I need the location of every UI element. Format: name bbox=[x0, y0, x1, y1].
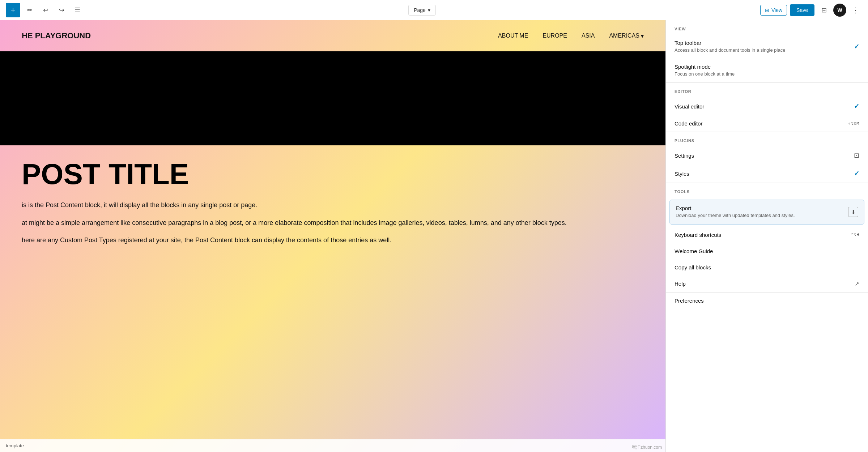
view-section: VIEW Top toolbar Access all block and do… bbox=[666, 20, 868, 83]
export-desc: Download your theme with updated templat… bbox=[676, 212, 795, 219]
preferences-section: Preferences bbox=[666, 293, 868, 309]
undo-button[interactable]: ↩ bbox=[39, 4, 52, 17]
menu-item-preferences[interactable]: Preferences bbox=[666, 293, 868, 309]
styles-check: ✓ bbox=[854, 170, 859, 178]
help-title: Help bbox=[675, 281, 686, 287]
editor-section: EDITOR Visual editor ✓ Code editor ⇧⌥⌘M bbox=[666, 83, 868, 132]
toolbar-left: + ✏ ↩ ↪ ☰ bbox=[0, 3, 90, 17]
view-label: View bbox=[771, 7, 782, 13]
view-section-header: VIEW bbox=[666, 20, 868, 35]
tools-section-header: TOOLS bbox=[666, 183, 868, 197]
download-icon: ⬇ bbox=[848, 207, 858, 217]
post-paragraph-3: here are any Custom Post Types registere… bbox=[22, 235, 644, 246]
menu-item-settings[interactable]: Settings ⊡ bbox=[666, 146, 868, 165]
add-block-button[interactable]: + bbox=[6, 3, 20, 17]
menu-item-copy-all-blocks[interactable]: Copy all blocks bbox=[666, 259, 868, 276]
post-area: POST TITLE is is the Post Content block,… bbox=[0, 145, 665, 267]
menu-item-top-toolbar[interactable]: Top toolbar Access all block and documen… bbox=[666, 35, 868, 59]
menu-item-help[interactable]: Help ↗ bbox=[666, 276, 868, 292]
plugins-section: PLUGINS Settings ⊡ Styles ✓ bbox=[666, 132, 868, 183]
tools-section: TOOLS Export Download your theme with up… bbox=[666, 183, 868, 292]
list-view-button[interactable]: ☰ bbox=[71, 4, 84, 17]
menu-item-spotlight-mode[interactable]: Spotlight mode Focus on one block at a t… bbox=[666, 59, 868, 82]
list-icon: ☰ bbox=[75, 6, 80, 14]
post-paragraph-1: is is the Post Content block, it will di… bbox=[22, 200, 644, 211]
black-banner bbox=[0, 51, 665, 145]
plus-icon: + bbox=[11, 5, 16, 15]
menu-item-export[interactable]: Export Download your theme with updated … bbox=[669, 200, 864, 224]
styles-title: Styles bbox=[675, 171, 689, 177]
menu-item-visual-editor[interactable]: Visual editor ✓ bbox=[666, 97, 868, 115]
preferences-title: Preferences bbox=[675, 298, 704, 304]
chevron-down-icon: ▾ bbox=[428, 7, 430, 13]
top-toolbar-check: ✓ bbox=[854, 43, 859, 51]
menu-item-keyboard-shortcuts[interactable]: Keyboard shortcuts ⌃⌥H bbox=[666, 227, 868, 243]
plugins-section-header: PLUGINS bbox=[666, 132, 868, 146]
view-icon: ⊞ bbox=[765, 7, 769, 13]
spotlight-mode-title: Spotlight mode bbox=[675, 64, 735, 70]
code-editor-shortcut: ⇧⌥⌘M bbox=[848, 121, 859, 126]
editor-section-header: EDITOR bbox=[666, 83, 868, 97]
tools-button[interactable]: ✏ bbox=[23, 4, 36, 17]
page-label: Page bbox=[414, 7, 426, 13]
right-panel: VIEW Top toolbar Access all block and do… bbox=[665, 20, 868, 452]
toolbar-center: Page ▾ bbox=[90, 5, 754, 16]
keyboard-shortcuts-title: Keyboard shortcuts bbox=[675, 232, 721, 238]
post-body: is is the Post Content block, it will di… bbox=[22, 200, 644, 246]
settings-title: Settings bbox=[675, 153, 694, 159]
nav-item-americas[interactable]: AMERICAS ▾ bbox=[609, 33, 644, 39]
visual-editor-title: Visual editor bbox=[675, 103, 704, 110]
template-parts-button[interactable]: ⊟ bbox=[817, 4, 830, 17]
editor-canvas: HE PLAYGROUND ABOUT ME EUROPE ASIA AMERI… bbox=[0, 20, 665, 452]
site-title: HE PLAYGROUND bbox=[22, 31, 91, 40]
undo-icon: ↩ bbox=[43, 6, 48, 14]
nav-item-asia[interactable]: ASIA bbox=[582, 33, 595, 39]
nav-dropdown-icon: ▾ bbox=[641, 33, 644, 39]
toolbar-right: ⊞ View Save ⊟ W ⋮ bbox=[754, 4, 868, 17]
save-button[interactable]: Save bbox=[790, 4, 814, 16]
top-toolbar: + ✏ ↩ ↪ ☰ Page ▾ ⊞ View Save ⊟ W ⋮ bbox=[0, 0, 868, 20]
user-avatar-button[interactable]: W bbox=[833, 4, 846, 17]
watermark: 智汇zhuon.com bbox=[632, 444, 662, 451]
redo-icon: ↪ bbox=[59, 6, 64, 14]
sidebar-icon: ⊟ bbox=[821, 6, 827, 14]
view-button[interactable]: ⊞ View bbox=[760, 5, 787, 16]
export-title: Export bbox=[676, 205, 795, 211]
bottom-bar: template bbox=[0, 439, 665, 452]
main-content: HE PLAYGROUND ABOUT ME EUROPE ASIA AMERI… bbox=[0, 20, 868, 452]
menu-item-welcome-guide[interactable]: Welcome Guide bbox=[666, 243, 868, 259]
top-toolbar-desc: Access all block and document tools in a… bbox=[675, 47, 785, 54]
site-header: HE PLAYGROUND ABOUT ME EUROPE ASIA AMERI… bbox=[0, 20, 665, 51]
menu-item-code-editor[interactable]: Code editor ⇧⌥⌘M bbox=[666, 115, 868, 132]
nav-item-europe[interactable]: EUROPE bbox=[542, 33, 567, 39]
settings-box-icon: ⊡ bbox=[854, 152, 859, 159]
more-options-button[interactable]: ⋮ bbox=[849, 4, 862, 17]
top-toolbar-title: Top toolbar bbox=[675, 40, 785, 46]
pencil-icon: ✏ bbox=[27, 6, 33, 14]
copy-all-blocks-title: Copy all blocks bbox=[675, 264, 711, 270]
code-editor-title: Code editor bbox=[675, 120, 703, 127]
page-selector[interactable]: Page ▾ bbox=[408, 5, 436, 16]
keyboard-shortcuts-shortcut: ⌃⌥H bbox=[851, 232, 859, 237]
site-nav: ABOUT ME EUROPE ASIA AMERICAS ▾ bbox=[498, 33, 644, 39]
template-label: template bbox=[6, 443, 24, 448]
spotlight-mode-desc: Focus on one block at a time bbox=[675, 71, 735, 77]
redo-button[interactable]: ↪ bbox=[55, 4, 68, 17]
nav-americas-label: AMERICAS bbox=[609, 33, 639, 39]
visual-editor-check: ✓ bbox=[854, 102, 859, 110]
post-paragraph-2: at might be a simple arrangement like co… bbox=[22, 217, 644, 229]
nav-item-about[interactable]: ABOUT ME bbox=[498, 33, 528, 39]
menu-item-styles[interactable]: Styles ✓ bbox=[666, 165, 868, 183]
post-title: POST TITLE bbox=[22, 160, 644, 189]
welcome-guide-title: Welcome Guide bbox=[675, 248, 713, 254]
external-link-icon: ↗ bbox=[855, 281, 859, 287]
ellipsis-vertical-icon: ⋮ bbox=[852, 6, 859, 14]
